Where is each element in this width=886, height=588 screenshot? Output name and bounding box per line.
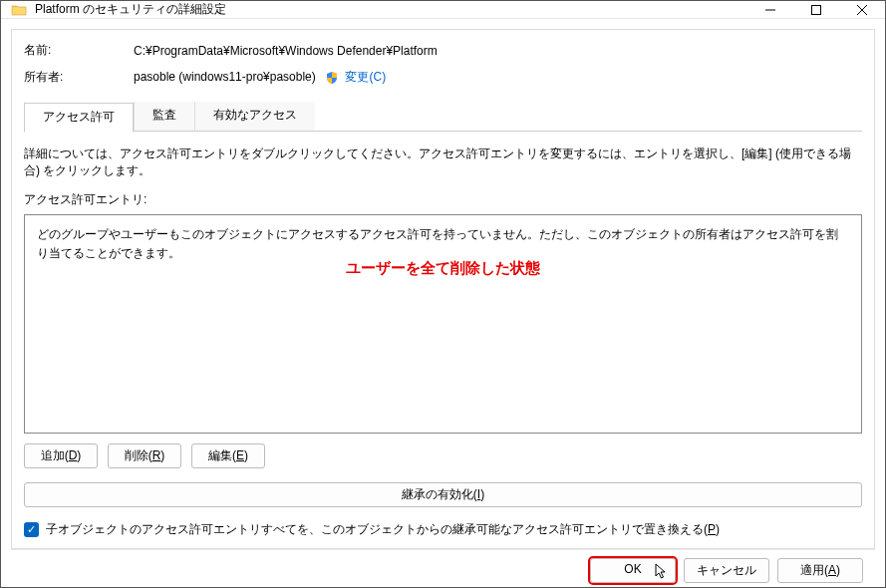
ok-button[interactable]: OK xyxy=(590,558,676,583)
tab-permissions[interactable]: アクセス許可 xyxy=(24,103,134,133)
tab-effective-access[interactable]: 有効なアクセス xyxy=(194,102,315,132)
dialog-footer: OK キャンセル 適用(A) xyxy=(11,549,875,588)
security-advanced-window: Platform のセキュリティの詳細設定 名前: C:¥ProgramData… xyxy=(0,0,886,588)
owner-label: 所有者: xyxy=(24,69,134,86)
tab-audit[interactable]: 監査 xyxy=(134,102,194,132)
annotation-overlay: ユーザーを全て削除した状態 xyxy=(25,259,861,278)
maximize-button[interactable] xyxy=(793,1,839,18)
permission-entries-list[interactable]: どのグループやユーザーもこのオブジェクトにアクセスするアクセス許可を持っていませ… xyxy=(24,214,862,434)
owner-row: 所有者: pasoble (windows11-pro¥pasoble) 変更(… xyxy=(24,69,862,86)
name-label: 名前: xyxy=(24,42,134,59)
name-value: C:¥ProgramData¥Microsoft¥Windows Defende… xyxy=(134,44,862,58)
tab-strip: アクセス許可 監査 有効なアクセス xyxy=(24,102,862,132)
inherit-row: 継承の有効化(I) xyxy=(24,482,862,507)
replace-child-permissions-row: ✓ 子オブジェクトのアクセス許可エントリすべてを、このオブジェクトからの継承可能… xyxy=(24,521,862,538)
minimize-button[interactable] xyxy=(747,1,793,18)
name-row: 名前: C:¥ProgramData¥Microsoft¥Windows Def… xyxy=(24,42,862,59)
inner-panel: 名前: C:¥ProgramData¥Microsoft¥Windows Def… xyxy=(11,29,875,549)
folder-icon xyxy=(11,2,27,18)
instructions-text: 詳細については、アクセス許可エントリをダブルクリックしてください。アクセス許可エ… xyxy=(24,146,862,179)
owner-text: pasoble (windows11-pro¥pasoble) xyxy=(134,70,316,84)
titlebar: Platform のセキュリティの詳細設定 xyxy=(1,1,885,19)
entries-empty-message: どのグループやユーザーもこのオブジェクトにアクセスするアクセス許可を持っていませ… xyxy=(37,225,849,263)
cursor-icon xyxy=(655,563,669,584)
window-title: Platform のセキュリティの詳細設定 xyxy=(35,1,747,18)
window-controls xyxy=(747,1,885,18)
content-area: 名前: C:¥ProgramData¥Microsoft¥Windows Def… xyxy=(1,19,885,588)
enable-inheritance-button[interactable]: 継承の有効化(I) xyxy=(24,482,862,507)
entry-buttons-row: 追加(D) 削除(R) 編集(E) xyxy=(24,443,862,468)
apply-button[interactable]: 適用(A) xyxy=(777,558,863,583)
svg-rect-1 xyxy=(812,5,821,14)
edit-button[interactable]: 編集(E) xyxy=(191,443,265,468)
entries-label: アクセス許可エントリ: xyxy=(24,191,862,208)
replace-child-label: 子オブジェクトのアクセス許可エントリすべてを、このオブジェクトからの継承可能なア… xyxy=(46,521,720,538)
shield-icon xyxy=(325,71,339,85)
add-button[interactable]: 追加(D) xyxy=(24,443,98,468)
change-owner-link[interactable]: 変更(C) xyxy=(345,70,386,84)
cancel-button[interactable]: キャンセル xyxy=(684,558,769,583)
tab-underline xyxy=(24,131,862,132)
owner-value: pasoble (windows11-pro¥pasoble) 変更(C) xyxy=(134,69,862,86)
close-button[interactable] xyxy=(839,1,885,18)
remove-button[interactable]: 削除(R) xyxy=(108,443,181,468)
replace-child-checkbox[interactable]: ✓ xyxy=(24,522,39,537)
